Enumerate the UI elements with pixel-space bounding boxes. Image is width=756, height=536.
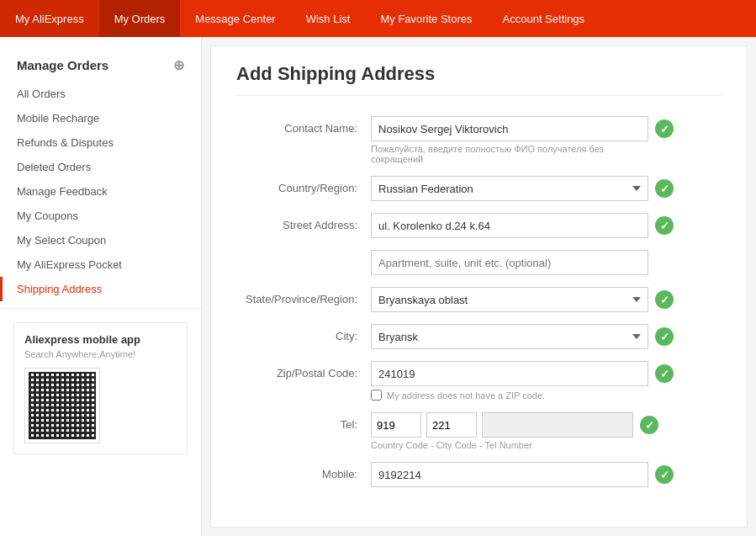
tel-row: Tel: Country Code - City Code - Tel Numb… — [236, 412, 722, 450]
main-content: Add Shipping Address Contact Name: Пожал… — [210, 45, 748, 528]
city-select[interactable]: Bryansk — [371, 324, 648, 349]
contact-name-field-with-check — [371, 116, 722, 141]
mobile-app-title: Aliexpress mobile app — [24, 333, 177, 346]
zip-label: Zip/Postal Code: — [236, 361, 371, 379]
state-label: State/Province/Region: — [236, 287, 371, 305]
zip-input[interactable] — [371, 361, 648, 386]
sidebar-item-all-orders[interactable]: All Orders — [0, 82, 201, 106]
sidebar-item-pocket[interactable]: My AliExpress Pocket — [0, 252, 201, 277]
nav-item-favorites[interactable]: My Favorite Stores — [365, 0, 487, 37]
apartment-row — [236, 250, 722, 275]
page-title: Add Shipping Address — [236, 63, 722, 96]
apartment-label — [236, 250, 371, 256]
tel-field-group: Country Code - City Code - Tel Number — [371, 412, 722, 450]
city-field-group: Bryansk — [371, 324, 722, 349]
street-input[interactable] — [371, 213, 648, 238]
mobile-check — [655, 465, 674, 484]
contact-name-field-group: Пожалуйста, введите полностью ФИО получа… — [371, 116, 722, 164]
apartment-field-group — [371, 250, 722, 275]
street-field-group — [371, 213, 722, 238]
tel-city-code[interactable] — [426, 412, 477, 438]
city-row: City: Bryansk — [236, 324, 722, 349]
state-check — [655, 290, 674, 309]
city-field-with-check: Bryansk — [371, 324, 722, 349]
city-check — [655, 327, 674, 346]
sidebar-item-my-coupons[interactable]: My Coupons — [0, 204, 201, 228]
country-label: Country/Region: — [236, 176, 371, 194]
tel-label: Tel: — [236, 412, 371, 431]
tel-field-with-check — [371, 412, 722, 438]
contact-name-check — [655, 119, 674, 138]
street-row: Street Address: — [236, 213, 722, 238]
contact-name-hint: Пожалуйста, введите полностью ФИО получа… — [371, 144, 648, 164]
sidebar-item-manage-feedback[interactable]: Manage Feedback — [0, 179, 201, 204]
nav-item-message[interactable]: Message Center — [180, 0, 290, 37]
state-row: State/Province/Region: Bryanskaya oblast — [236, 287, 722, 312]
sidebar-item-refunds[interactable]: Refunds & Disputes — [0, 130, 201, 155]
contact-name-input[interactable] — [371, 116, 648, 141]
sidebar-item-deleted-orders[interactable]: Deleted Orders — [0, 155, 201, 179]
street-field-with-check — [371, 213, 722, 238]
sidebar-item-mobile-recharge[interactable]: Mobile Recharge — [0, 106, 201, 130]
main-layout: Manage Orders ⊕ All Orders Mobile Rechar… — [0, 37, 756, 536]
street-check — [655, 216, 674, 235]
state-field-group: Bryanskaya oblast — [371, 287, 722, 312]
tel-country-code[interactable] — [371, 412, 421, 438]
mobile-row: Mobile: — [236, 462, 722, 487]
apartment-input[interactable] — [371, 250, 648, 275]
zip-field-with-check — [371, 361, 722, 386]
nav-item-account[interactable]: Account Settings — [488, 0, 600, 37]
contact-name-label: Contact Name: — [236, 116, 371, 135]
sidebar-divider — [0, 308, 201, 309]
country-check — [655, 179, 674, 198]
zip-checkbox-label: My address does not have a ZIP code. — [387, 390, 545, 401]
zip-row: Zip/Postal Code: My address does not hav… — [236, 361, 722, 401]
city-label: City: — [236, 324, 371, 342]
mobile-app-subtitle: Search Anywhere,Anytime! — [24, 349, 177, 359]
nav-item-orders[interactable]: My Orders — [99, 0, 181, 37]
nav-item-aliexpress[interactable]: My AliExpress — [0, 0, 99, 37]
tel-hint: Country Code - City Code - Tel Number — [371, 440, 648, 450]
country-field-group: Russian Federation — [371, 176, 722, 201]
country-field-with-check: Russian Federation — [371, 176, 722, 201]
sidebar-expand-icon[interactable]: ⊕ — [173, 57, 184, 73]
mobile-input[interactable] — [371, 462, 648, 487]
zip-field-group: My address does not have a ZIP code. — [371, 361, 722, 401]
sidebar-section-title: Manage Orders ⊕ — [0, 50, 201, 82]
sidebar-item-shipping-address[interactable]: Shipping Address — [0, 277, 201, 301]
qr-image — [29, 372, 96, 439]
qr-code — [24, 368, 100, 443]
mobile-field-with-check — [371, 462, 722, 487]
street-label: Street Address: — [236, 213, 371, 231]
country-select[interactable]: Russian Federation — [371, 176, 648, 201]
nav-item-wishlist[interactable]: Wish List — [291, 0, 366, 37]
mobile-field-group — [371, 462, 722, 487]
tel-check — [640, 416, 658, 434]
top-nav: My AliExpress My Orders Message Center W… — [0, 0, 756, 37]
tel-number[interactable] — [482, 412, 633, 438]
zip-check — [655, 364, 674, 383]
zip-checkbox-row: My address does not have a ZIP code. — [371, 390, 722, 401]
tel-inputs — [371, 412, 633, 438]
sidebar-item-select-coupon[interactable]: My Select Coupon — [0, 228, 201, 252]
sidebar: Manage Orders ⊕ All Orders Mobile Rechar… — [0, 37, 202, 536]
state-field-with-check: Bryanskaya oblast — [371, 287, 722, 312]
country-row: Country/Region: Russian Federation — [236, 176, 722, 201]
contact-name-row: Contact Name: Пожалуйста, введите полнос… — [236, 116, 722, 164]
mobile-app-section: Aliexpress mobile app Search Anywhere,An… — [13, 322, 188, 454]
mobile-label: Mobile: — [236, 462, 371, 480]
state-select[interactable]: Bryanskaya oblast — [371, 287, 648, 312]
zip-checkbox[interactable] — [371, 390, 382, 401]
